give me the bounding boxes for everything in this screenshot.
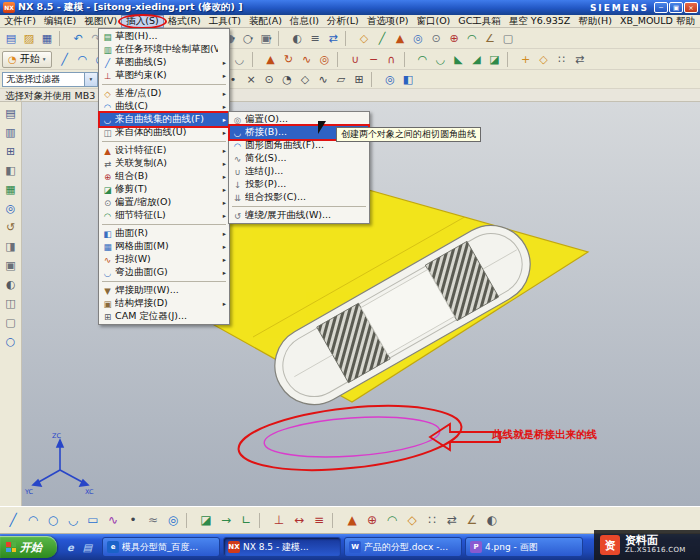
highlight-faces-button[interactable]: ◧ [399, 70, 417, 88]
pattern-feature-button[interactable]: ∷ [553, 50, 571, 68]
constraint-navigator-button[interactable]: ▥ [2, 123, 20, 141]
restore-button[interactable]: ▣ [669, 2, 683, 13]
unite-boolean-button[interactable]: ∪ [347, 50, 365, 68]
menu-item-sweep[interactable]: ∿扫掠(W)▸ [100, 253, 228, 266]
object-display-button[interactable]: ◐ [482, 510, 502, 530]
dropdown-arrow-icon[interactable]: ▾ [233, 35, 236, 41]
wireframe-view-button[interactable]: ○▾ [239, 29, 257, 47]
menu-item-combined-projection[interactable]: ⇊组合投影(C)... [230, 191, 368, 204]
menu-item-join-curve[interactable]: ∪连结(J)... [230, 165, 368, 178]
ie-quicklaunch[interactable]: e [63, 540, 78, 555]
menubar-item-13[interactable]: 帮助(H) [574, 15, 616, 28]
geometric-constraints-button[interactable]: ⊥ [269, 510, 289, 530]
arc-tool-button[interactable]: ◠ [23, 510, 43, 530]
menu-item-detail-feature[interactable]: ◠细节特征(L)▸ [100, 209, 228, 222]
undo-button[interactable]: ↶ [69, 29, 87, 47]
menu-item-flange-surface[interactable]: ◡弯边曲面(G)▸ [100, 266, 228, 279]
close-button[interactable]: × [684, 2, 698, 13]
sweep-feature-button[interactable]: ∿ [298, 50, 316, 68]
datum-plane-button[interactable]: ◇ [355, 29, 373, 47]
new-file-button[interactable]: ▤ [2, 29, 20, 47]
internet-explorer-button[interactable]: ○ [2, 332, 20, 350]
snap-intersection-button[interactable]: × [242, 70, 260, 88]
spline-tool-button[interactable]: ∿ [103, 510, 123, 530]
menu-item-sketch-curve[interactable]: ╱草图曲线(S)▸ [100, 56, 228, 69]
menu-item-sketch-constraint[interactable]: ⊥草图约束(K)▸ [100, 69, 228, 82]
edge-blend-feature-button[interactable]: ◠ [414, 50, 432, 68]
menu-item-associative-copy[interactable]: ⇄关联复制(A)▸ [100, 157, 228, 170]
manufacturing-wizard-button[interactable]: ▣ [2, 256, 20, 274]
menu-item-surface[interactable]: ◧曲面(R)▸ [100, 227, 228, 240]
edge-blend-button[interactable]: ◠ [463, 29, 481, 47]
circle-tool-button[interactable]: ○ [43, 510, 63, 530]
dropdown-arrow-icon[interactable]: ▾ [269, 35, 272, 41]
move-object-button[interactable]: ⇄ [324, 29, 342, 47]
rectangle-tool-button[interactable]: ▭ [83, 510, 103, 530]
selection-scope-button[interactable]: ◎ [381, 70, 399, 88]
menubar-item-7[interactable]: 信息(I) [286, 15, 323, 28]
type-filter-combo[interactable]: 无选择过滤器 ▾ [2, 72, 98, 87]
menu-item-offset-scale[interactable]: ⊙偏置/缩放(O)▸ [100, 196, 228, 209]
process-studio-button[interactable]: ◨ [2, 237, 20, 255]
part-navigator-button[interactable]: ⊞ [2, 142, 20, 160]
snap-bounded-grid-button[interactable]: ⊞ [350, 70, 368, 88]
touch-panel-button[interactable]: ▢ [2, 313, 20, 331]
menu-item-simplify-curve[interactable]: ∿简化(S)... [230, 152, 368, 165]
menubar-item-12[interactable]: 星空 Y6.935Z [505, 15, 575, 28]
point-tool-button[interactable]: • [123, 510, 143, 530]
subtract-boolean-button[interactable]: − [365, 50, 383, 68]
menu-item-mesh-surface[interactable]: ▦网格曲面(M)▸ [100, 240, 228, 253]
menubar-item-8[interactable]: 分析(L) [323, 15, 363, 28]
open-folder-button[interactable]: ▨ [20, 29, 38, 47]
profile-button[interactable]: ╱ [3, 510, 23, 530]
combo-arrow-icon[interactable]: ▾ [84, 73, 97, 86]
menu-item-design-feature[interactable]: ▲设计特征(E)▸ [100, 144, 228, 157]
chamfer-feature-button[interactable]: ◣ [450, 50, 468, 68]
show-desktop[interactable]: ▤ [80, 540, 95, 555]
snap-existing-point-button[interactable]: ◇ [296, 70, 314, 88]
datum-plane-2-button[interactable]: ◇ [535, 50, 553, 68]
menu-item-trim[interactable]: ◪修剪(T)▸ [100, 183, 228, 196]
shell-button[interactable]: ▢ [499, 29, 517, 47]
mirror-feature-button[interactable]: ⇄ [571, 50, 589, 68]
unite-quick-button[interactable]: ⊕ [362, 510, 382, 530]
menu-item-combine[interactable]: ⊕组合(B)▸ [100, 170, 228, 183]
snap-point-on-face-button[interactable]: ▱ [332, 70, 350, 88]
hole-button[interactable]: ⊙ [427, 29, 445, 47]
menubar-item-6[interactable]: 装配(A) [245, 15, 286, 28]
extrude-quick-button[interactable]: ▲ [342, 510, 362, 530]
line-button[interactable]: ╱ [56, 50, 74, 68]
orient-view-button[interactable]: ▣▾ [257, 29, 275, 47]
tube-feature-button[interactable]: ◎ [316, 50, 334, 68]
quick-extend-button[interactable]: → [216, 510, 236, 530]
menu-item-wrap-unwrap-curve[interactable]: ↺缠绕/展开曲线(W)... [230, 209, 368, 222]
assembly-navigator-button[interactable]: ▤ [2, 104, 20, 122]
layer-settings-button[interactable]: ≡ [306, 29, 324, 47]
dropdown-arrow-icon[interactable]: ▾ [251, 35, 254, 41]
menubar-item-14[interactable]: XB_MOULD 帮助 [616, 15, 699, 28]
menu-item-curve[interactable]: ◠曲线(C)▸ [100, 100, 228, 113]
sketch-button[interactable]: ╱ [373, 29, 391, 47]
taskbar-start-button[interactable]: 开始 [0, 536, 57, 558]
menu-item-sketch-in-task-env[interactable]: ▥在任务环境中绘制草图(V)... [100, 43, 228, 56]
snap-quadrant-point-button[interactable]: ◔ [278, 70, 296, 88]
taskbar-task-0[interactable]: e模具分型简_百度... [102, 537, 220, 557]
mirror-quick-button[interactable]: ⇄ [442, 510, 462, 530]
start-menu-button[interactable]: ◔ 开始 ▾ [2, 51, 52, 68]
save-file-button[interactable]: ▦ [38, 29, 56, 47]
menubar-item-0[interactable]: 文件(F) [0, 15, 40, 28]
datum-csys-button[interactable]: + [517, 50, 535, 68]
taskbar-task-3[interactable]: P4.png - 画图 [465, 537, 583, 557]
menubar-item-11[interactable]: GC工具箱 [454, 15, 505, 28]
revolve-button[interactable]: ◎ [409, 29, 427, 47]
menu-item-cam-locator[interactable]: ⊞CAM 定位器(J)... [100, 310, 228, 323]
menu-item-curve-from-curves[interactable]: ◡来自曲线集的曲线(F)▸ [100, 113, 228, 126]
menu-item-structure-weld[interactable]: ▣结构焊接(D)▸ [100, 297, 228, 310]
snap-arc-center-button[interactable]: ⊙ [260, 70, 278, 88]
make-corner-button[interactable]: ∟ [236, 510, 256, 530]
menu-item-offset-curve-cmd[interactable]: ◎偏置(O)... [230, 113, 368, 126]
auto-dimension-button[interactable]: ≡ [309, 510, 329, 530]
hd3d-tool-button[interactable]: ▦ [2, 180, 20, 198]
snap-point-on-curve-button[interactable]: ∿ [314, 70, 332, 88]
menu-item-project-curve-cmd[interactable]: ↓投影(P)... [230, 178, 368, 191]
